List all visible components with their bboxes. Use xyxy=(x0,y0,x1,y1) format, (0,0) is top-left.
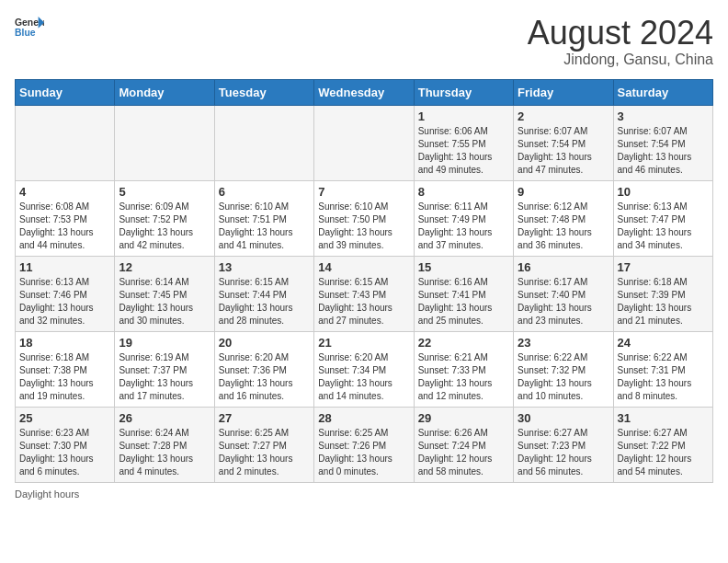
day-cell: 13Sunrise: 6:15 AMSunset: 7:44 PMDayligh… xyxy=(214,256,313,331)
day-number: 16 xyxy=(518,260,609,274)
day-info: Sunrise: 6:17 AMSunset: 7:40 PMDaylight:… xyxy=(518,276,609,327)
day-number: 22 xyxy=(418,336,509,350)
day-number: 23 xyxy=(518,336,609,350)
day-number: 11 xyxy=(19,260,110,274)
day-number: 9 xyxy=(518,185,609,199)
day-info: Sunrise: 6:20 AMSunset: 7:36 PMDaylight:… xyxy=(219,351,310,403)
day-cell: 20Sunrise: 6:20 AMSunset: 7:36 PMDayligh… xyxy=(214,331,313,407)
day-info: Sunrise: 6:19 AMSunset: 7:37 PMDaylight:… xyxy=(119,351,210,403)
day-info: Sunrise: 6:22 AMSunset: 7:32 PMDaylight:… xyxy=(518,351,609,403)
day-cell xyxy=(214,105,313,180)
day-cell: 31Sunrise: 6:27 AMSunset: 7:22 PMDayligh… xyxy=(613,407,712,482)
day-info: Sunrise: 6:09 AMSunset: 7:52 PMDaylight:… xyxy=(119,201,210,252)
day-number: 4 xyxy=(19,185,110,199)
day-number: 24 xyxy=(618,336,709,350)
month-title: August 2024 xyxy=(528,15,713,52)
day-info: Sunrise: 6:10 AMSunset: 7:51 PMDaylight:… xyxy=(219,201,310,252)
day-cell: 15Sunrise: 6:16 AMSunset: 7:41 PMDayligh… xyxy=(414,256,513,331)
day-cell: 25Sunrise: 6:23 AMSunset: 7:30 PMDayligh… xyxy=(16,407,115,482)
day-number: 8 xyxy=(418,185,509,199)
day-cell: 6Sunrise: 6:10 AMSunset: 7:51 PMDaylight… xyxy=(214,180,313,256)
day-cell xyxy=(314,105,414,180)
day-number: 20 xyxy=(219,336,310,350)
day-number: 5 xyxy=(119,185,210,199)
day-cell: 14Sunrise: 6:15 AMSunset: 7:43 PMDayligh… xyxy=(314,256,414,331)
day-number: 27 xyxy=(219,411,310,425)
day-cell xyxy=(16,105,115,180)
day-cell: 9Sunrise: 6:12 AMSunset: 7:48 PMDaylight… xyxy=(514,180,613,256)
week-row-4: 18Sunrise: 6:18 AMSunset: 7:38 PMDayligh… xyxy=(16,331,713,407)
calendar-header-row: SundayMondayTuesdayWednesdayThursdayFrid… xyxy=(16,79,713,105)
day-info: Sunrise: 6:13 AMSunset: 7:46 PMDaylight:… xyxy=(19,276,110,327)
day-cell: 26Sunrise: 6:24 AMSunset: 7:28 PMDayligh… xyxy=(115,407,214,482)
column-header-saturday: Saturday xyxy=(613,79,712,105)
logo-icon: General Blue xyxy=(15,15,44,40)
day-info: Sunrise: 6:08 AMSunset: 7:53 PMDaylight:… xyxy=(19,201,110,252)
day-info: Sunrise: 6:16 AMSunset: 7:41 PMDaylight:… xyxy=(418,276,509,327)
day-info: Sunrise: 6:27 AMSunset: 7:23 PMDaylight:… xyxy=(518,427,609,478)
day-cell: 16Sunrise: 6:17 AMSunset: 7:40 PMDayligh… xyxy=(514,256,613,331)
day-cell: 5Sunrise: 6:09 AMSunset: 7:52 PMDaylight… xyxy=(115,180,214,256)
day-cell: 4Sunrise: 6:08 AMSunset: 7:53 PMDaylight… xyxy=(16,180,115,256)
week-row-2: 4Sunrise: 6:08 AMSunset: 7:53 PMDaylight… xyxy=(16,180,713,256)
day-number: 10 xyxy=(618,185,709,199)
day-number: 6 xyxy=(219,185,310,199)
title-area: August 2024 Jindong, Gansu, China xyxy=(528,15,713,68)
day-cell: 10Sunrise: 6:13 AMSunset: 7:47 PMDayligh… xyxy=(613,180,712,256)
day-cell xyxy=(115,105,214,180)
day-info: Sunrise: 6:26 AMSunset: 7:24 PMDaylight:… xyxy=(418,427,509,478)
day-info: Sunrise: 6:18 AMSunset: 7:38 PMDaylight:… xyxy=(19,351,110,403)
day-cell: 19Sunrise: 6:19 AMSunset: 7:37 PMDayligh… xyxy=(115,331,214,407)
day-info: Sunrise: 6:21 AMSunset: 7:33 PMDaylight:… xyxy=(418,351,509,403)
legend: Daylight hours xyxy=(15,488,713,500)
day-number: 18 xyxy=(19,336,110,350)
day-cell: 8Sunrise: 6:11 AMSunset: 7:49 PMDaylight… xyxy=(414,180,513,256)
week-row-3: 11Sunrise: 6:13 AMSunset: 7:46 PMDayligh… xyxy=(16,256,713,331)
day-cell: 12Sunrise: 6:14 AMSunset: 7:45 PMDayligh… xyxy=(115,256,214,331)
column-header-thursday: Thursday xyxy=(414,79,513,105)
day-cell: 22Sunrise: 6:21 AMSunset: 7:33 PMDayligh… xyxy=(414,331,513,407)
day-cell: 21Sunrise: 6:20 AMSunset: 7:34 PMDayligh… xyxy=(314,331,414,407)
day-number: 29 xyxy=(418,411,509,425)
day-number: 13 xyxy=(219,260,310,274)
column-header-sunday: Sunday xyxy=(16,79,115,105)
day-cell: 28Sunrise: 6:25 AMSunset: 7:26 PMDayligh… xyxy=(314,407,414,482)
day-number: 26 xyxy=(119,411,210,425)
day-info: Sunrise: 6:10 AMSunset: 7:50 PMDaylight:… xyxy=(318,201,409,252)
day-info: Sunrise: 6:20 AMSunset: 7:34 PMDaylight:… xyxy=(318,351,409,403)
header: General Blue August 2024 Jindong, Gansu,… xyxy=(15,15,713,68)
week-row-5: 25Sunrise: 6:23 AMSunset: 7:30 PMDayligh… xyxy=(16,407,713,482)
day-number: 28 xyxy=(318,411,409,425)
day-info: Sunrise: 6:27 AMSunset: 7:22 PMDaylight:… xyxy=(618,427,709,478)
day-number: 7 xyxy=(318,185,409,199)
day-number: 30 xyxy=(518,411,609,425)
logo: General Blue xyxy=(15,15,44,40)
day-info: Sunrise: 6:06 AMSunset: 7:55 PMDaylight:… xyxy=(418,125,509,177)
day-info: Sunrise: 6:24 AMSunset: 7:28 PMDaylight:… xyxy=(119,427,210,478)
day-info: Sunrise: 6:23 AMSunset: 7:30 PMDaylight:… xyxy=(19,427,110,478)
day-info: Sunrise: 6:15 AMSunset: 7:43 PMDaylight:… xyxy=(318,276,409,327)
day-cell: 24Sunrise: 6:22 AMSunset: 7:31 PMDayligh… xyxy=(613,331,712,407)
day-info: Sunrise: 6:14 AMSunset: 7:45 PMDaylight:… xyxy=(119,276,210,327)
day-number: 21 xyxy=(318,336,409,350)
day-number: 3 xyxy=(618,109,709,123)
day-info: Sunrise: 6:13 AMSunset: 7:47 PMDaylight:… xyxy=(618,201,709,252)
column-header-monday: Monday xyxy=(115,79,214,105)
day-number: 1 xyxy=(418,109,509,123)
calendar-table: SundayMondayTuesdayWednesdayThursdayFrid… xyxy=(15,79,713,483)
day-cell: 27Sunrise: 6:25 AMSunset: 7:27 PMDayligh… xyxy=(214,407,313,482)
week-row-1: 1Sunrise: 6:06 AMSunset: 7:55 PMDaylight… xyxy=(16,105,713,180)
day-info: Sunrise: 6:12 AMSunset: 7:48 PMDaylight:… xyxy=(518,201,609,252)
day-number: 14 xyxy=(318,260,409,274)
day-cell: 23Sunrise: 6:22 AMSunset: 7:32 PMDayligh… xyxy=(514,331,613,407)
day-info: Sunrise: 6:07 AMSunset: 7:54 PMDaylight:… xyxy=(618,125,709,177)
location-title: Jindong, Gansu, China xyxy=(528,52,713,68)
column-header-friday: Friday xyxy=(514,79,613,105)
day-number: 19 xyxy=(119,336,210,350)
day-cell: 11Sunrise: 6:13 AMSunset: 7:46 PMDayligh… xyxy=(16,256,115,331)
day-cell: 3Sunrise: 6:07 AMSunset: 7:54 PMDaylight… xyxy=(613,105,712,180)
day-info: Sunrise: 6:18 AMSunset: 7:39 PMDaylight:… xyxy=(618,276,709,327)
day-cell: 18Sunrise: 6:18 AMSunset: 7:38 PMDayligh… xyxy=(16,331,115,407)
day-cell: 7Sunrise: 6:10 AMSunset: 7:50 PMDaylight… xyxy=(314,180,414,256)
day-number: 15 xyxy=(418,260,509,274)
